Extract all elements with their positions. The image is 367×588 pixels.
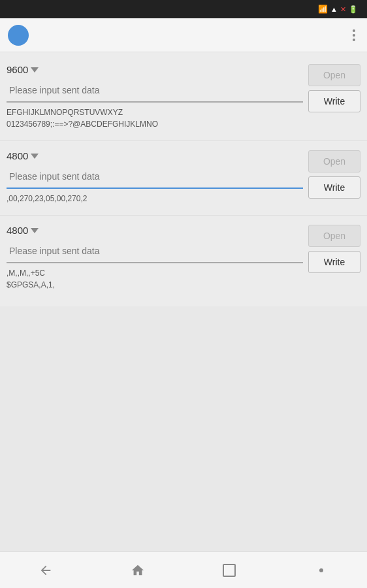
- nav-dot-button[interactable]: [302, 552, 341, 588]
- baud-dropdown-arrow-1[interactable]: [31, 67, 39, 73]
- baud-dropdown-arrow-3[interactable]: [31, 228, 39, 233]
- sent-data-input-2[interactable]: [7, 165, 303, 189]
- recents-icon: [223, 564, 236, 577]
- title-bar: [0, 18, 367, 52]
- serial-block-1: 9600 EFGHIJKLMNOPQRSTUVWXYZ0123456789;:=…: [0, 59, 367, 137]
- back-button[interactable]: [26, 552, 65, 588]
- divider-1: [0, 140, 367, 141]
- baud-row-3: 4800: [7, 225, 303, 236]
- open-button-3[interactable]: Open: [308, 225, 360, 247]
- data-line: ,00,270,23,05,00,270,2: [7, 193, 303, 204]
- status-icons: 📶 ▲ ✕ 🔋: [318, 5, 360, 14]
- baud-row-1: 9600: [7, 64, 303, 75]
- menu-button[interactable]: [349, 25, 359, 45]
- nav-dot: [319, 568, 323, 572]
- data-output-3: ,M,,M,,+5C$GPGSA,A,1,: [7, 267, 303, 291]
- x-signal-icon: ✕: [340, 5, 346, 14]
- home-button[interactable]: [118, 552, 157, 588]
- app-logo: [8, 25, 29, 46]
- write-button-3[interactable]: Write: [308, 251, 360, 273]
- block-row-2: 4800 ,00,270,23,05,00,270,2 Open Write: [7, 150, 360, 204]
- divider-2: [0, 215, 367, 216]
- btn-group-1: Open Write: [308, 64, 360, 112]
- baud-value-2: 4800: [7, 150, 28, 161]
- input-row-1: [7, 79, 303, 103]
- data-line: EFGHIJKLMNOPQRSTUVWXYZ: [7, 106, 303, 118]
- block-left-3: 4800 ,M,,M,,+5C$GPGSA,A,1,: [7, 225, 303, 291]
- bottom-nav: [0, 551, 367, 588]
- menu-dot-1: [353, 29, 355, 32]
- btn-group-2: Open Write: [308, 150, 360, 199]
- serial-block-3: 4800 ,M,,M,,+5C$GPGSA,A,1, Open Write: [0, 220, 367, 297]
- write-button-2[interactable]: Write: [308, 176, 360, 199]
- sent-data-input-3[interactable]: [7, 240, 303, 263]
- input-row-3: [7, 240, 303, 263]
- block-left-1: 9600 EFGHIJKLMNOPQRSTUVWXYZ0123456789;:=…: [7, 64, 303, 130]
- open-button-2[interactable]: Open: [308, 150, 360, 172]
- block-row-1: 9600 EFGHIJKLMNOPQRSTUVWXYZ0123456789;:=…: [7, 64, 360, 130]
- data-output-1: EFGHIJKLMNOPQRSTUVWXYZ0123456789;:==>?@A…: [7, 106, 303, 130]
- sent-data-input-1[interactable]: [7, 79, 303, 103]
- wifi-icon: 📶: [318, 5, 328, 14]
- recents-button[interactable]: [210, 552, 249, 588]
- btn-group-3: Open Write: [308, 225, 360, 273]
- status-bar: 📶 ▲ ✕ 🔋: [0, 0, 367, 18]
- menu-dot-3: [353, 39, 355, 41]
- data-line: 0123456789;:==>?@ABCDEFGHIJKLMNO: [7, 118, 303, 130]
- data-line: $GPGSA,A,1,: [7, 279, 303, 291]
- baud-value-3: 4800: [7, 225, 28, 236]
- baud-dropdown-arrow-2[interactable]: [31, 154, 39, 159]
- battery-icon: 🔋: [349, 5, 358, 14]
- menu-dot-2: [353, 34, 355, 37]
- content-area: 9600 EFGHIJKLMNOPQRSTUVWXYZ0123456789;:=…: [0, 52, 367, 306]
- block-left-2: 4800 ,00,270,23,05,00,270,2: [7, 150, 303, 204]
- data-output-2: ,00,270,23,05,00,270,2: [7, 193, 303, 204]
- input-row-2: [7, 165, 303, 189]
- serial-block-2: 4800 ,00,270,23,05,00,270,2 Open Write: [0, 145, 367, 211]
- data-line: ,M,,M,,+5C: [7, 267, 303, 279]
- baud-row-2: 4800: [7, 150, 303, 161]
- write-button-1[interactable]: Write: [308, 90, 360, 112]
- baud-value-1: 9600: [7, 64, 28, 75]
- open-button-1[interactable]: Open: [308, 64, 360, 86]
- block-row-3: 4800 ,M,,M,,+5C$GPGSA,A,1, Open Write: [7, 225, 360, 291]
- signal-icon: ▲: [330, 5, 338, 13]
